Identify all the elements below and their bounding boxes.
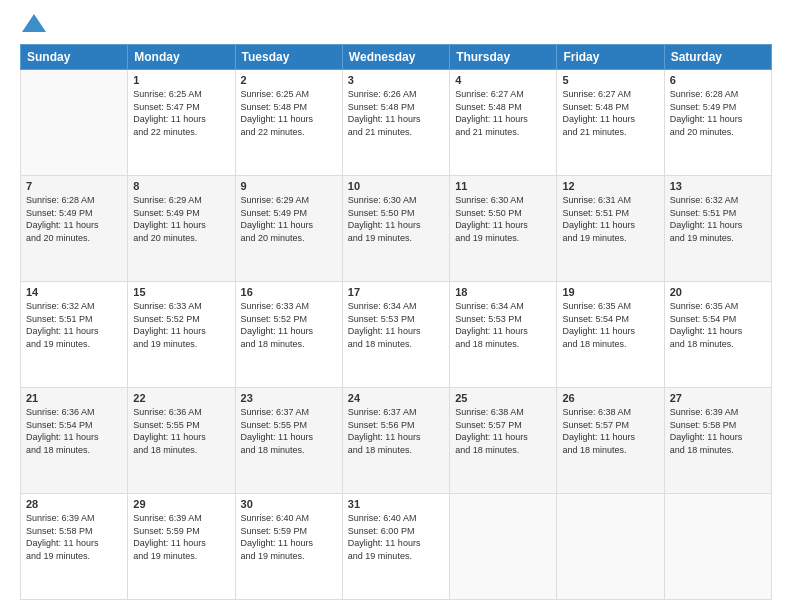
day-number: 8	[133, 180, 229, 192]
calendar-cell: 28Sunrise: 6:39 AM Sunset: 5:58 PM Dayli…	[21, 494, 128, 600]
calendar-cell: 11Sunrise: 6:30 AM Sunset: 5:50 PM Dayli…	[450, 176, 557, 282]
day-number: 15	[133, 286, 229, 298]
cell-daylight-info: Sunrise: 6:31 AM Sunset: 5:51 PM Dayligh…	[562, 194, 658, 244]
calendar-header-monday: Monday	[128, 45, 235, 70]
cell-daylight-info: Sunrise: 6:29 AM Sunset: 5:49 PM Dayligh…	[241, 194, 337, 244]
calendar-cell: 3Sunrise: 6:26 AM Sunset: 5:48 PM Daylig…	[342, 70, 449, 176]
calendar-header-row: SundayMondayTuesdayWednesdayThursdayFrid…	[21, 45, 772, 70]
cell-daylight-info: Sunrise: 6:40 AM Sunset: 5:59 PM Dayligh…	[241, 512, 337, 562]
calendar-cell	[21, 70, 128, 176]
calendar-cell: 19Sunrise: 6:35 AM Sunset: 5:54 PM Dayli…	[557, 282, 664, 388]
cell-daylight-info: Sunrise: 6:32 AM Sunset: 5:51 PM Dayligh…	[670, 194, 766, 244]
day-number: 28	[26, 498, 122, 510]
page: SundayMondayTuesdayWednesdayThursdayFrid…	[0, 0, 792, 612]
day-number: 14	[26, 286, 122, 298]
calendar-cell: 6Sunrise: 6:28 AM Sunset: 5:49 PM Daylig…	[664, 70, 771, 176]
calendar-cell: 4Sunrise: 6:27 AM Sunset: 5:48 PM Daylig…	[450, 70, 557, 176]
calendar-header-tuesday: Tuesday	[235, 45, 342, 70]
calendar-cell: 14Sunrise: 6:32 AM Sunset: 5:51 PM Dayli…	[21, 282, 128, 388]
cell-daylight-info: Sunrise: 6:39 AM Sunset: 5:58 PM Dayligh…	[670, 406, 766, 456]
calendar-week-row: 14Sunrise: 6:32 AM Sunset: 5:51 PM Dayli…	[21, 282, 772, 388]
calendar-cell: 24Sunrise: 6:37 AM Sunset: 5:56 PM Dayli…	[342, 388, 449, 494]
day-number: 26	[562, 392, 658, 404]
cell-daylight-info: Sunrise: 6:36 AM Sunset: 5:55 PM Dayligh…	[133, 406, 229, 456]
day-number: 22	[133, 392, 229, 404]
calendar-cell: 25Sunrise: 6:38 AM Sunset: 5:57 PM Dayli…	[450, 388, 557, 494]
cell-daylight-info: Sunrise: 6:39 AM Sunset: 5:59 PM Dayligh…	[133, 512, 229, 562]
day-number: 3	[348, 74, 444, 86]
calendar-cell: 20Sunrise: 6:35 AM Sunset: 5:54 PM Dayli…	[664, 282, 771, 388]
cell-daylight-info: Sunrise: 6:27 AM Sunset: 5:48 PM Dayligh…	[455, 88, 551, 138]
day-number: 24	[348, 392, 444, 404]
cell-daylight-info: Sunrise: 6:30 AM Sunset: 5:50 PM Dayligh…	[455, 194, 551, 244]
calendar-cell: 26Sunrise: 6:38 AM Sunset: 5:57 PM Dayli…	[557, 388, 664, 494]
day-number: 2	[241, 74, 337, 86]
day-number: 23	[241, 392, 337, 404]
cell-daylight-info: Sunrise: 6:38 AM Sunset: 5:57 PM Dayligh…	[562, 406, 658, 456]
cell-daylight-info: Sunrise: 6:35 AM Sunset: 5:54 PM Dayligh…	[562, 300, 658, 350]
calendar-cell: 22Sunrise: 6:36 AM Sunset: 5:55 PM Dayli…	[128, 388, 235, 494]
day-number: 13	[670, 180, 766, 192]
calendar-cell: 9Sunrise: 6:29 AM Sunset: 5:49 PM Daylig…	[235, 176, 342, 282]
calendar-cell: 2Sunrise: 6:25 AM Sunset: 5:48 PM Daylig…	[235, 70, 342, 176]
cell-daylight-info: Sunrise: 6:36 AM Sunset: 5:54 PM Dayligh…	[26, 406, 122, 456]
cell-daylight-info: Sunrise: 6:37 AM Sunset: 5:56 PM Dayligh…	[348, 406, 444, 456]
calendar-cell	[557, 494, 664, 600]
cell-daylight-info: Sunrise: 6:25 AM Sunset: 5:48 PM Dayligh…	[241, 88, 337, 138]
day-number: 16	[241, 286, 337, 298]
cell-daylight-info: Sunrise: 6:34 AM Sunset: 5:53 PM Dayligh…	[455, 300, 551, 350]
logo-icon	[22, 14, 46, 32]
calendar-cell: 13Sunrise: 6:32 AM Sunset: 5:51 PM Dayli…	[664, 176, 771, 282]
cell-daylight-info: Sunrise: 6:33 AM Sunset: 5:52 PM Dayligh…	[133, 300, 229, 350]
calendar-cell	[664, 494, 771, 600]
cell-daylight-info: Sunrise: 6:39 AM Sunset: 5:58 PM Dayligh…	[26, 512, 122, 562]
calendar-cell: 18Sunrise: 6:34 AM Sunset: 5:53 PM Dayli…	[450, 282, 557, 388]
calendar-cell: 31Sunrise: 6:40 AM Sunset: 6:00 PM Dayli…	[342, 494, 449, 600]
day-number: 4	[455, 74, 551, 86]
day-number: 20	[670, 286, 766, 298]
day-number: 25	[455, 392, 551, 404]
calendar-cell: 27Sunrise: 6:39 AM Sunset: 5:58 PM Dayli…	[664, 388, 771, 494]
day-number: 12	[562, 180, 658, 192]
calendar-cell: 1Sunrise: 6:25 AM Sunset: 5:47 PM Daylig…	[128, 70, 235, 176]
calendar-header-saturday: Saturday	[664, 45, 771, 70]
svg-marker-0	[22, 14, 46, 32]
cell-daylight-info: Sunrise: 6:33 AM Sunset: 5:52 PM Dayligh…	[241, 300, 337, 350]
cell-daylight-info: Sunrise: 6:38 AM Sunset: 5:57 PM Dayligh…	[455, 406, 551, 456]
cell-daylight-info: Sunrise: 6:40 AM Sunset: 6:00 PM Dayligh…	[348, 512, 444, 562]
cell-daylight-info: Sunrise: 6:32 AM Sunset: 5:51 PM Dayligh…	[26, 300, 122, 350]
cell-daylight-info: Sunrise: 6:35 AM Sunset: 5:54 PM Dayligh…	[670, 300, 766, 350]
calendar-header-thursday: Thursday	[450, 45, 557, 70]
calendar-header-friday: Friday	[557, 45, 664, 70]
day-number: 9	[241, 180, 337, 192]
day-number: 10	[348, 180, 444, 192]
calendar-cell: 29Sunrise: 6:39 AM Sunset: 5:59 PM Dayli…	[128, 494, 235, 600]
calendar-header-wednesday: Wednesday	[342, 45, 449, 70]
calendar-cell	[450, 494, 557, 600]
calendar-cell: 30Sunrise: 6:40 AM Sunset: 5:59 PM Dayli…	[235, 494, 342, 600]
calendar-cell: 23Sunrise: 6:37 AM Sunset: 5:55 PM Dayli…	[235, 388, 342, 494]
day-number: 6	[670, 74, 766, 86]
calendar-cell: 7Sunrise: 6:28 AM Sunset: 5:49 PM Daylig…	[21, 176, 128, 282]
calendar-cell: 10Sunrise: 6:30 AM Sunset: 5:50 PM Dayli…	[342, 176, 449, 282]
cell-daylight-info: Sunrise: 6:28 AM Sunset: 5:49 PM Dayligh…	[670, 88, 766, 138]
calendar-cell: 15Sunrise: 6:33 AM Sunset: 5:52 PM Dayli…	[128, 282, 235, 388]
day-number: 27	[670, 392, 766, 404]
cell-daylight-info: Sunrise: 6:28 AM Sunset: 5:49 PM Dayligh…	[26, 194, 122, 244]
calendar-week-row: 28Sunrise: 6:39 AM Sunset: 5:58 PM Dayli…	[21, 494, 772, 600]
cell-daylight-info: Sunrise: 6:30 AM Sunset: 5:50 PM Dayligh…	[348, 194, 444, 244]
day-number: 5	[562, 74, 658, 86]
calendar-cell: 21Sunrise: 6:36 AM Sunset: 5:54 PM Dayli…	[21, 388, 128, 494]
calendar-header-sunday: Sunday	[21, 45, 128, 70]
cell-daylight-info: Sunrise: 6:29 AM Sunset: 5:49 PM Dayligh…	[133, 194, 229, 244]
day-number: 19	[562, 286, 658, 298]
cell-daylight-info: Sunrise: 6:37 AM Sunset: 5:55 PM Dayligh…	[241, 406, 337, 456]
day-number: 30	[241, 498, 337, 510]
calendar-cell: 8Sunrise: 6:29 AM Sunset: 5:49 PM Daylig…	[128, 176, 235, 282]
cell-daylight-info: Sunrise: 6:26 AM Sunset: 5:48 PM Dayligh…	[348, 88, 444, 138]
calendar-cell: 5Sunrise: 6:27 AM Sunset: 5:48 PM Daylig…	[557, 70, 664, 176]
day-number: 29	[133, 498, 229, 510]
calendar-week-row: 7Sunrise: 6:28 AM Sunset: 5:49 PM Daylig…	[21, 176, 772, 282]
logo	[20, 16, 46, 34]
cell-daylight-info: Sunrise: 6:25 AM Sunset: 5:47 PM Dayligh…	[133, 88, 229, 138]
